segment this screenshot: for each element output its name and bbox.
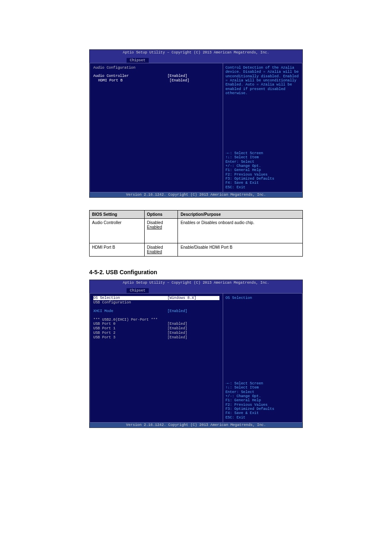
bios-footer: Version 2.16.1242. Copyright (C) 2013 Am…	[90, 192, 302, 197]
setting-value: [Windows 8.X]	[167, 296, 219, 300]
th-options: Options	[144, 210, 178, 219]
bios-title: Aptio Setup Utility – Copyright (C) 2013…	[90, 280, 302, 286]
bios-help-pane: Control Detection of the Azalia device. …	[223, 63, 302, 192]
bios-tab-row: Chipset	[90, 56, 302, 63]
setting-label: USB Port 2	[93, 331, 167, 335]
settings-table: BIOS Setting Options Description/Purpose…	[89, 210, 303, 257]
section-heading: 4-5-2. USB Configuration	[89, 269, 303, 275]
help-text: OS Selection	[226, 296, 300, 300]
setting-row[interactable]: HDMI Port B [Enabled]	[93, 79, 219, 83]
setting-value	[167, 301, 219, 305]
setting-row[interactable]: USB Port 3 [Enabled]	[93, 335, 219, 340]
td-desc: Enable/Disable HDMI Port B	[178, 243, 303, 257]
tab-chipset[interactable]: Chipset	[127, 288, 149, 293]
setting-row[interactable]: USB Port 0 [Enabled]	[93, 322, 219, 326]
bios-main-pane: OS Selection [Windows 8.X] USB Configura…	[90, 293, 223, 423]
table-row: Audio Controller Disabled Enabled Enable…	[90, 219, 303, 243]
bios-main-pane: Audio Configuration Audio Controller [En…	[90, 63, 223, 192]
nav-help: →←: Select Screen ↑↓: Select Item Enter:…	[226, 151, 300, 190]
setting-label: HDMI Port B	[98, 79, 169, 83]
td-options: Disabled Enabled	[144, 219, 178, 243]
td-options: Disabled Enabled	[144, 243, 178, 257]
nav-line: F2: Previous Values	[226, 403, 300, 407]
th-desc: Description/Purpose	[178, 210, 303, 219]
bios-footer: Version 2.16.1242. Copyright (C) 2013 Am…	[90, 423, 302, 428]
sub-header: *** USB2.0(EHCI) Per-Port ***	[93, 318, 219, 322]
table-header-row: BIOS Setting Options Description/Purpose	[90, 210, 303, 219]
nav-line: →←: Select Screen	[226, 382, 300, 386]
td-desc: Enables or Disables onboard audio chip.	[178, 219, 303, 243]
th-setting: BIOS Setting	[90, 210, 145, 219]
setting-label: XHCI Mode	[93, 309, 167, 313]
bios-help-pane: OS Selection →←: Select Screen ↑↓: Selec…	[223, 293, 302, 423]
setting-value: [Enabled]	[167, 309, 219, 313]
setting-row[interactable]: USB Port 1 [Enabled]	[93, 326, 219, 331]
setting-value: [Enabled]	[167, 74, 219, 78]
td-setting: HDMI Port B	[90, 243, 145, 257]
nav-line: F3: Optimized Defaults	[226, 177, 300, 181]
help-text: Control Detection of the Azalia device. …	[226, 66, 300, 95]
nav-line: F2: Previous Values	[226, 173, 300, 177]
nav-line: +/-: Change Opt.	[226, 164, 300, 168]
nav-line: ↑↓: Select Item	[226, 386, 300, 390]
setting-label: Audio Controller	[93, 74, 167, 78]
tab-chipset[interactable]: Chipset	[127, 58, 149, 63]
nav-line: Enter: Select	[226, 390, 300, 394]
setting-value: [Enabled]	[167, 331, 219, 335]
bios-body: Audio Configuration Audio Controller [En…	[90, 63, 302, 192]
setting-label: OS Selection	[93, 296, 167, 300]
section-header: Audio Configuration	[93, 66, 219, 70]
nav-line: ESC: Exit	[226, 185, 300, 190]
setting-value: [Enabled]	[167, 335, 219, 340]
nav-line: Enter: Select	[226, 160, 300, 164]
setting-label: USB Port 1	[93, 326, 167, 331]
nav-line: F1: General Help	[226, 168, 300, 172]
nav-line: +/-: Change Opt.	[226, 394, 300, 398]
setting-row: USB Configuration	[93, 301, 219, 305]
setting-label: USB Port 0	[93, 322, 167, 326]
setting-value: [Enabled]	[167, 326, 219, 331]
table-row: HDMI Port B Disabled Enabled Enable/Disa…	[90, 243, 303, 257]
bios-tab-row: Chipset	[90, 286, 302, 293]
nav-line: F3: Optimized Defaults	[226, 407, 300, 411]
setting-row[interactable]: USB Port 2 [Enabled]	[93, 331, 219, 335]
setting-row-selected[interactable]: OS Selection [Windows 8.X]	[93, 296, 219, 300]
nav-line: ↑↓: Select Item	[226, 155, 300, 160]
bios-body: OS Selection [Windows 8.X] USB Configura…	[90, 293, 302, 423]
setting-value: [Enabled]	[167, 322, 219, 326]
setting-label: USB Configuration	[93, 301, 167, 305]
nav-line: F1: General Help	[226, 398, 300, 402]
nav-line: F4: Save & Exit	[226, 181, 300, 185]
bios-audio-config: Aptio Setup Utility – Copyright (C) 2013…	[89, 49, 303, 198]
td-setting: Audio Controller	[90, 219, 145, 243]
nav-line: ESC: Exit	[226, 416, 300, 420]
nav-line: →←: Select Screen	[226, 151, 300, 155]
bios-title: Aptio Setup Utility – Copyright (C) 2013…	[90, 50, 302, 56]
setting-row[interactable]: XHCI Mode [Enabled]	[93, 309, 219, 313]
setting-value: [Enabled]	[169, 79, 219, 83]
nav-help: →←: Select Screen ↑↓: Select Item Enter:…	[226, 382, 300, 420]
setting-label: USB Port 3	[93, 335, 167, 340]
nav-line: F4: Save & Exit	[226, 411, 300, 415]
bios-usb-config: Aptio Setup Utility – Copyright (C) 2013…	[89, 280, 303, 428]
setting-row[interactable]: Audio Controller [Enabled]	[93, 74, 219, 78]
